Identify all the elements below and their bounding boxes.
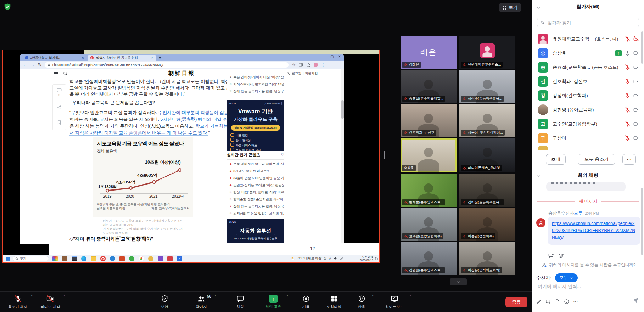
color-wheel-app-icon[interactable] [52,256,58,261]
whiteboard-button[interactable]: ^ 화이트보드 [377,294,412,310]
video-tile[interactable]: 미디어콘텐츠_윤태영 [459,138,515,172]
popular-item[interactable]: 1손등 검버섯만 없으니 젊어보여..시... [227,160,284,168]
chat-message-input[interactable] [537,283,639,289]
invite-button[interactable]: 초대 [546,154,566,165]
new-tab-button[interactable]: + [159,55,161,60]
bookmark-button[interactable] [53,115,66,130]
video-icon[interactable] [633,121,639,127]
video-tile[interactable]: 김미선(초등특수교육... [459,174,515,207]
notification-bell-icon[interactable] [374,256,379,261]
participants-more-button[interactable]: ⋯ [622,154,636,165]
video-icon[interactable] [633,50,639,56]
recipient-select[interactable]: 모두 [555,273,578,282]
chat-more-icon[interactable]: ⋯ [573,299,578,304]
participants-search-input[interactable] [547,20,635,25]
participant-row[interactable]: 송 송효섭(교수학습... (공동 호스트) [532,60,644,74]
browser-tab-article[interactable]: '실업자 양성소 된 공교육 현장 ✕ [88,55,156,61]
whiteboard-options-chevron[interactable]: ^ [410,295,411,299]
video-icon[interactable] [633,64,639,70]
opera-app-icon[interactable] [100,256,106,261]
collapse-videos-button[interactable] [450,278,467,285]
video-tile[interactable]: 이봉림(경찰학부) [459,208,515,241]
ranking-item[interactable]: 7묵은 검버섯! 레이저 대신 "이것" 발... [227,74,284,81]
page-scrollbar-thumb[interactable] [341,100,344,119]
start-video-button[interactable]: ^ 비디오 시작 [35,294,66,310]
video-options-chevron[interactable]: ^ [63,295,65,299]
highlighted-link-text[interactable]: 서 지식은 차라리 디지털 교육 플랫폼에서 배우는 게 더 나을 수도 있다. [69,130,208,136]
mic-muted-icon[interactable] [625,107,630,113]
reactions-options-chevron[interactable]: ^ [372,295,374,299]
popular-item[interactable]: 7집에 있는 글루타치온 필름, 당장 갖... [227,203,284,210]
message-more-icon[interactable]: ⋯ [568,253,573,259]
video-tile[interactable]: 송효섭(교수학습개발... [401,70,457,103]
mic-muted-icon[interactable] [625,135,630,141]
extensions-icon[interactable] [306,63,310,67]
video-tile[interactable]: 황재효(블루밍넥스트... [401,174,457,207]
video-tile[interactable]: 유원대학교교수학습... [459,36,515,69]
pen-input-icon[interactable] [340,257,343,260]
chat-scrollbar[interactable] [641,188,643,255]
tab-close-icon[interactable]: ✕ [81,56,84,60]
reload-icon[interactable]: ↻ [38,62,41,67]
folder-app-icon[interactable] [91,256,96,261]
privacy-note[interactable]: 귀하의 메시지를 볼 수 있는 사람은 누구입니까? [542,262,635,268]
ranking-item[interactable]: 8카이스트박사, 면역력엔 '이것' 24년 ... [227,81,284,88]
participant-row[interactable]: 간 간호학과_김선호 [532,74,644,89]
coin-app-icon[interactable] [148,256,153,261]
mute-all-button[interactable]: 모두 음소거 [578,154,615,165]
window-close-icon[interactable]: ✕ [338,55,341,58]
compass-app-icon[interactable] [110,256,115,261]
mic-muted-icon[interactable] [625,121,630,127]
comment-button[interactable]: 2 [53,85,66,100]
taskbar-search[interactable]: 찾기 [13,256,49,261]
participants-scrollbar[interactable] [641,31,643,64]
leaf-app-icon[interactable] [129,256,134,261]
refresh-icon[interactable]: ↻ [281,152,284,157]
taskbar-clock[interactable]: 오후 2:46 2023-07-19 [355,256,373,262]
address-bar[interactable]: chosun.com/national/people/2022/08/19/BI… [45,62,289,68]
popular-item[interactable]: 28천억도 넘어선 미국로또 [227,168,284,175]
breakout-rooms-button[interactable]: 소회의실 [320,294,348,310]
ranking-item[interactable]: 9집에 있는 글루타치온 필름, 당장 갖... [227,88,284,95]
participant-row[interactable]: 구 구상미 [532,131,644,145]
taskbar-weather[interactable]: 32°C 대체로 화창 [291,256,321,261]
bookmark-star-icon[interactable]: ☆ [292,63,296,67]
page-scrollbar[interactable] [341,69,344,244]
ime-korean[interactable]: 한 [323,256,326,261]
mic-muted-icon[interactable] [625,92,630,99]
participant-row[interactable]: 강 강정희(간호학과) [532,89,644,103]
popular-item[interactable]: 4소변발·성기능 20대로 '이것' 전립선... [227,182,284,189]
video-icon[interactable] [633,93,639,98]
video-icon[interactable] [633,135,639,141]
panel-resize-handle[interactable] [383,151,386,159]
add-reaction-icon[interactable] [558,253,564,259]
tab-close-icon[interactable]: ✕ [151,56,153,59]
video-tile[interactable]: 정문성_도시지적행정... [459,104,515,137]
edge-app-icon[interactable] [81,256,86,261]
mic-muted-icon[interactable] [625,78,630,85]
popular-item[interactable]: 6혈액순환 질환! 손발저림도 싹~ '이... [227,196,284,203]
office-app-icon[interactable] [119,256,125,261]
chrome-app-icon[interactable] [139,256,144,261]
participants-options-chevron[interactable]: ^ [214,295,216,299]
video-tile[interactable]: 간호학과_김선호 [401,104,457,137]
share-screen-button[interactable]: ↑ ^ 화면 공유 [258,294,289,310]
file-icon[interactable] [555,299,560,304]
video-tile[interactable]: 김원진(블루밍넥스트... [401,242,457,275]
video-tile-active-speaker[interactable]: 송상호 [401,138,457,172]
window-maximize-icon[interactable]: ▢ [330,55,334,58]
chat-link[interactable]: https://www.chosun.com/national/people/2… [552,221,635,240]
video-tile[interactable]: 허선주(중등특수교육... [459,70,515,103]
reactions-button[interactable]: ^ 반응 [349,294,374,310]
video-off-icon[interactable] [633,36,639,42]
participants-button[interactable]: 56 ^ 참가자 [186,294,217,310]
system-tray[interactable]: ^ 한 A [319,256,343,261]
browser-menu-icon[interactable]: ⋮ [321,63,325,67]
start-button-icon[interactable] [6,256,10,261]
popular-item[interactable]: 334살에 연봉 5000만원이면 듀오 가... [227,175,284,182]
red-app-icon[interactable] [167,256,173,261]
browser-profile-avatar[interactable] [314,63,318,67]
video-tile[interactable]: 래은 김래은 [401,36,457,69]
unmute-button[interactable]: ^ 음소거 해제 [2,294,33,310]
display-app-icon[interactable] [72,256,77,261]
